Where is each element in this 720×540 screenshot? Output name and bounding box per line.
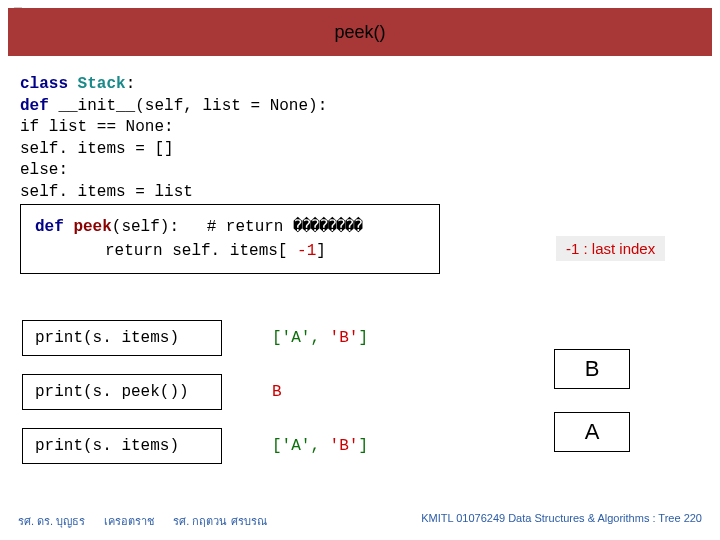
print-output-3: ['A', 'B'] <box>272 437 368 455</box>
print-row-3: print(s. items) ['A', 'B'] <box>22 428 368 464</box>
method-name: peek <box>73 218 111 236</box>
kw-class: class <box>20 75 78 93</box>
print-output-1: ['A', 'B'] <box>272 329 368 347</box>
footer-course: KMITL 01076249 Data Structures & Algorit… <box>421 512 702 530</box>
class-name: Stack <box>78 75 126 93</box>
stack-top-cell: B <box>554 349 630 389</box>
peek-method-box: def peek(self): # return �������� return… <box>20 204 440 274</box>
comment-text: # return <box>207 218 293 236</box>
print-call-1: print(s. items) <box>22 320 222 356</box>
print-call-2: print(s. peek()) <box>22 374 222 410</box>
code-class-definition: class Stack: def __init__(self, list = N… <box>20 74 327 204</box>
print-output-2: B <box>272 383 282 401</box>
header-bar: peek() <box>8 8 712 56</box>
print-row-1: print(s. items) ['A', 'B'] <box>22 320 368 356</box>
negative-index: -1 <box>297 242 316 260</box>
print-row-2: print(s. peek()) B <box>22 374 282 410</box>
footer-authors: รศ. ดร. บุญธร เครอตราช รศ. กฤตวน ศรบรณ <box>18 512 283 530</box>
index-note: -1 : last index <box>556 236 665 261</box>
footer: รศ. ดร. บุญธร เครอตราช รศ. กฤตวน ศรบรณ K… <box>18 512 702 530</box>
placeholder-squares: �������� <box>293 218 362 236</box>
print-call-3: print(s. items) <box>22 428 222 464</box>
stack-bottom-cell: A <box>554 412 630 452</box>
page-title: peek() <box>334 22 385 43</box>
stack-visualization: B A <box>554 374 630 452</box>
